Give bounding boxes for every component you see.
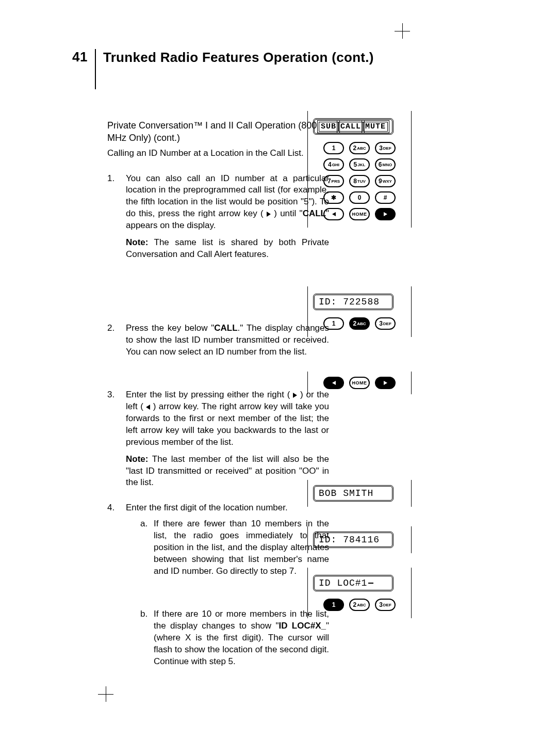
lcd-display: ID LOC#1	[313, 575, 394, 591]
key-3: 3DEF	[375, 317, 396, 330]
keypad-row: 1 2ABC 3DEF	[313, 317, 406, 330]
radio-frame: ID: 722588 1 2ABC 3DEF	[307, 286, 412, 337]
lcd-display: ID: 722588	[313, 294, 394, 310]
key-6: 6MNO	[375, 158, 396, 171]
key-0: 0	[349, 191, 370, 204]
substep-a: a. If there are fewer than 10 members in…	[140, 518, 329, 577]
key-home: HOME	[349, 377, 370, 389]
radio-frame: BOB SMITH	[307, 480, 412, 507]
radio-illustration-id: ID: 722588 1 2ABC 3DEF	[307, 286, 412, 337]
radio-frame: ID LOC#1 1 2ABC 3DEF	[307, 568, 412, 618]
key-8: 8TUV	[349, 175, 370, 187]
key-left-arrow	[323, 208, 344, 220]
key-hash: #	[375, 191, 396, 204]
softkey-call: CALL	[338, 122, 363, 132]
key-left-arrow-highlighted	[323, 377, 344, 389]
step-2: 2. Press the key below "CALL." The displ…	[107, 323, 329, 358]
keypad: 1 2ABC 3DEF 4GHI 5JKL 6MNO 7PRS 8TUV 9WX…	[313, 142, 406, 220]
left-arrow-icon	[332, 381, 336, 385]
section-caption: Calling an ID Number at a Location in th…	[107, 148, 329, 159]
page-title: Trunked Radio Features Operation (cont.)	[103, 49, 374, 66]
key-4: 4GHI	[323, 158, 344, 171]
radio-illustration-loc: ID LOC#1 1 2ABC 3DEF	[307, 568, 412, 618]
softkey-sub: SUB	[319, 122, 338, 132]
key-1: 1	[323, 142, 344, 154]
step-body: Enter the list by pressing either the ri…	[126, 389, 329, 489]
body-text: Private Conversation™ I and II Call Oper…	[107, 119, 329, 668]
key-right-arrow-highlighted	[375, 377, 396, 389]
step-4: 4. Enter the first digit of the location…	[107, 502, 329, 667]
step-3: 3. Enter the list by pressing either the…	[107, 389, 329, 489]
radio-frame: ID: 784116	[307, 526, 412, 553]
header-divider	[95, 49, 96, 89]
step-1: 1. You can also call an ID number at a p…	[107, 173, 329, 261]
section-subhead: Private Conversation™ I and II Call Oper…	[107, 119, 329, 144]
left-arrow-icon	[146, 405, 150, 410]
step-body: Enter the first digit of the location nu…	[126, 502, 329, 667]
key-home: HOME	[349, 208, 370, 220]
radio-illustration-full: SUB CALL MUTE 1 2ABC 3DEF 4GHI 5JKL 6MNO…	[307, 111, 412, 228]
step-body: You can also call an ID number at a part…	[126, 173, 329, 261]
left-arrow-icon	[332, 212, 336, 216]
key-7: 7PRS	[323, 175, 344, 187]
step-number: 3.	[107, 389, 126, 489]
keypad-row: 1 2ABC 3DEF	[313, 599, 406, 611]
lcd-display: BOB SMITH	[313, 485, 394, 502]
right-arrow-icon	[384, 212, 387, 216]
right-arrow-icon	[384, 381, 387, 385]
substep-b: b. If there are 10 or more members in th…	[140, 608, 329, 668]
page-header: 41 Trunked Radio Features Operation (con…	[72, 49, 402, 89]
radio-illustration-name: BOB SMITH	[307, 480, 412, 507]
key-3: 3DEF	[375, 142, 396, 154]
radio-frame: HOME	[307, 372, 412, 394]
softkey-mute: MUTE	[363, 122, 388, 132]
step-number: 2.	[107, 323, 126, 358]
lcd-display: ID: 784116	[313, 532, 394, 548]
step-number: 4.	[107, 502, 126, 667]
key-1: 1	[323, 317, 344, 330]
radio-illustration-id2: ID: 784116	[307, 526, 412, 553]
key-star: ✱	[323, 191, 344, 204]
keypad-nav-row: HOME	[313, 377, 406, 389]
key-9: 9WXY	[375, 175, 396, 187]
key-2-highlighted: 2ABC	[349, 317, 370, 330]
lcd-softkeys: SUB CALL MUTE	[313, 118, 394, 135]
key-3: 3DEF	[375, 599, 396, 611]
cursor-icon	[368, 583, 373, 584]
step-body: Press the key below "CALL." The display …	[126, 323, 329, 358]
key-2: 2ABC	[349, 599, 370, 611]
step-note: Note: The same list is shared by both Pr…	[126, 237, 329, 261]
step-note: Note: The last member of the list will a…	[126, 454, 329, 489]
right-arrow-icon	[293, 393, 297, 398]
key-right-arrow-highlighted	[375, 208, 396, 220]
key-2: 2ABC	[349, 142, 370, 154]
radio-frame: SUB CALL MUTE 1 2ABC 3DEF 4GHI 5JKL 6MNO…	[307, 111, 412, 228]
right-arrow-icon	[267, 212, 271, 217]
key-5: 5JKL	[349, 158, 370, 171]
key-1-highlighted: 1	[323, 599, 344, 611]
page-number: 41	[72, 49, 95, 65]
radio-illustration-nav: HOME	[307, 372, 412, 394]
step-number: 1.	[107, 173, 126, 261]
